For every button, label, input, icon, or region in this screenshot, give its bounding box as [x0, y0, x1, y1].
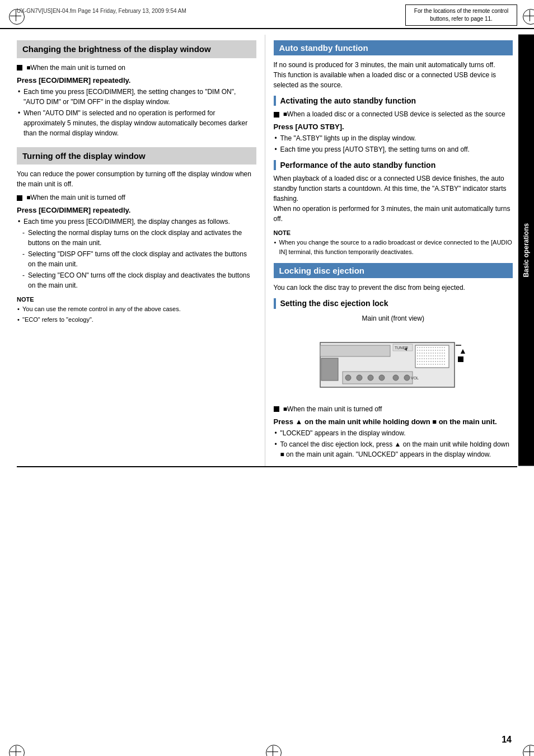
svg-rect-35 [433, 353, 434, 354]
svg-rect-81 [419, 364, 420, 365]
locking-when-off: ■When the main unit is turned off [274, 404, 513, 414]
device-diagram: TUNER [315, 326, 471, 398]
svg-rect-98 [343, 372, 413, 384]
svg-rect-7 [428, 347, 429, 348]
svg-text:▲: ▲ [459, 346, 467, 355]
section-auto-standby: Auto standby function If no sound is pro… [274, 40, 513, 256]
svg-rect-62 [435, 358, 436, 359]
performance-body: When playback of a loaded disc or a conn… [274, 173, 513, 224]
svg-rect-30 [421, 353, 423, 354]
svg-rect-59 [428, 358, 429, 359]
turnoff-intro: You can reduce the power consumption by … [17, 169, 256, 189]
svg-rect-20 [428, 350, 429, 351]
svg-point-103 [393, 375, 399, 381]
content-area: Changing the brightness of the display w… [0, 29, 534, 466]
auto-standby-intro: If no sound is produced for 3 minutes, t… [274, 60, 513, 90]
svg-rect-3 [419, 347, 420, 348]
svg-rect-36 [435, 353, 436, 354]
svg-rect-49 [435, 355, 436, 356]
svg-rect-83 [424, 364, 425, 365]
svg-rect-107 [458, 356, 463, 362]
svg-rect-65 [442, 358, 443, 359]
locking-press-label: Press ▲ on the main unit while holding d… [274, 417, 513, 426]
svg-rect-24 [437, 350, 438, 351]
auto-stby-bullet-1: The "A.STBY" lights up in the display wi… [274, 133, 513, 143]
svg-rect-90 [439, 364, 441, 365]
svg-point-100 [357, 375, 362, 381]
section-brightness: Changing the brightness of the display w… [17, 40, 256, 138]
turnoff-when-off: ■When the main unit is turned off [17, 192, 256, 203]
black-square-icon-3 [274, 112, 279, 118]
svg-rect-78 [442, 361, 443, 362]
svg-rect-6 [426, 347, 427, 348]
sidebar-tab: Basic operations [518, 35, 534, 466]
svg-rect-63 [437, 358, 438, 359]
svg-rect-10 [435, 347, 436, 348]
svg-rect-13 [442, 347, 443, 348]
turnoff-sub-3: Selecting "ECO ON" turns off the clock d… [17, 270, 256, 290]
activating-heading: Activating the auto standby function [274, 96, 513, 106]
svg-rect-8 [430, 347, 432, 348]
svg-rect-37 [437, 353, 438, 354]
svg-rect-92 [444, 364, 445, 365]
svg-rect-73 [430, 361, 432, 362]
svg-rect-46 [428, 355, 429, 356]
svg-rect-23 [435, 350, 436, 351]
svg-rect-31 [424, 353, 425, 354]
remote-control-note: For the locations of the remote control … [405, 4, 517, 26]
svg-rect-32 [426, 353, 427, 354]
svg-point-102 [379, 375, 385, 381]
brightness-bullet-1: Each time you press [ECO/DIMMER], the se… [17, 87, 256, 107]
svg-rect-33 [428, 353, 429, 354]
svg-rect-34 [430, 353, 432, 354]
svg-rect-54 [417, 358, 418, 359]
svg-rect-5 [424, 347, 425, 348]
svg-rect-58 [426, 358, 427, 359]
diagram-label: Main unit (front view) [274, 314, 513, 322]
section-locking: Locking disc ejection You can lock the d… [274, 263, 513, 459]
svg-rect-40 [444, 353, 445, 354]
svg-rect-64 [439, 358, 441, 359]
turnoff-note-1: You can use the remote control in any of… [17, 304, 256, 314]
performance-note-label: NOTE [274, 229, 513, 236]
svg-rect-4 [421, 347, 423, 348]
svg-rect-66 [444, 358, 445, 359]
turnoff-press-label: Press [ECO/DIMMER] repeatedly. [17, 206, 256, 214]
turnoff-sub-1: Selecting the normal display turns on th… [17, 228, 256, 248]
svg-rect-14 [444, 347, 445, 348]
section-turnoff-heading: Turning off the display window [17, 147, 256, 165]
svg-rect-50 [437, 355, 438, 356]
svg-rect-42 [419, 355, 420, 356]
header: UX-GN7V[US]EN-04.fm Page 14 Friday, Febr… [0, 0, 534, 29]
svg-rect-97 [321, 358, 338, 381]
svg-rect-38 [439, 353, 441, 354]
svg-rect-53 [444, 355, 445, 356]
svg-rect-91 [442, 364, 443, 365]
turnoff-note-label: NOTE [17, 296, 256, 303]
svg-rect-48 [433, 355, 434, 356]
svg-rect-55 [419, 358, 420, 359]
locking-bullet-2: To cancel the disc ejection lock, press … [274, 439, 513, 459]
svg-rect-74 [433, 361, 434, 362]
brightness-press-label: Press [ECO/DIMMER] repeatedly. [17, 76, 256, 84]
svg-rect-57 [424, 358, 425, 359]
svg-rect-39 [442, 353, 443, 354]
performance-notes: NOTE When you change the source to a rad… [274, 229, 513, 256]
svg-rect-79 [444, 361, 445, 362]
svg-rect-70 [424, 361, 425, 362]
turnoff-note-2: "ECO" refers to "ecology". [17, 315, 256, 325]
svg-point-101 [368, 375, 373, 381]
svg-rect-89 [437, 364, 438, 365]
svg-rect-28 [417, 353, 418, 354]
svg-rect-76 [437, 361, 438, 362]
black-square-icon [17, 65, 22, 71]
svg-rect-27 [444, 350, 445, 351]
performance-note-1: When you change the source to a radio br… [274, 238, 513, 256]
brightness-bullet-2: When "AUTO DIM" is selected and no opera… [17, 108, 256, 138]
svg-rect-19 [426, 350, 427, 351]
svg-rect-9 [433, 347, 434, 348]
svg-text:VOL: VOL [411, 376, 419, 380]
right-column: Auto standby function If no sound is pro… [265, 35, 519, 466]
auto-standby-heading: Auto standby function [274, 40, 513, 55]
svg-rect-75 [435, 361, 436, 362]
